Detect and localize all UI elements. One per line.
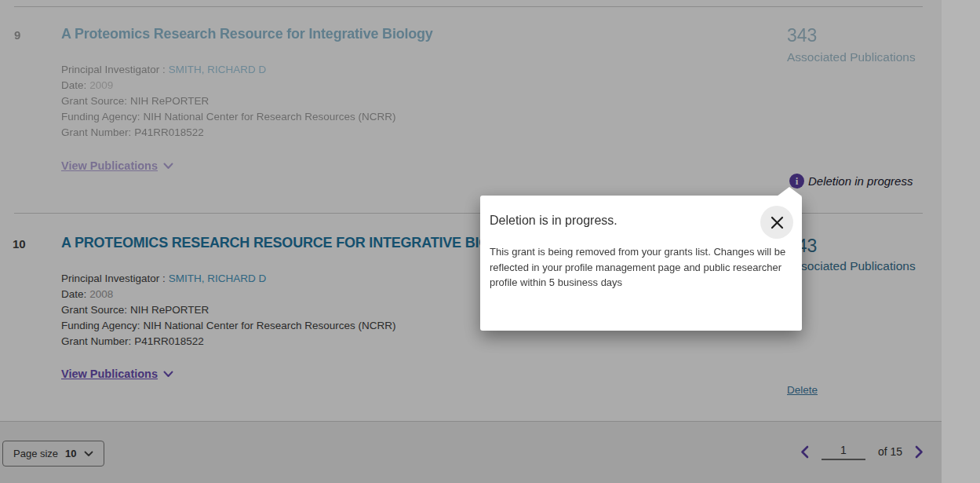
deletion-popover: Deletion is in progress. This grant is b… [480, 196, 802, 331]
popover-body: This grant is being removed from your gr… [490, 244, 797, 291]
close-popover-button[interactable] [760, 206, 793, 239]
popover-arrow [777, 187, 802, 196]
close-icon [771, 216, 784, 229]
popover-title: Deletion is in progress. [490, 214, 618, 228]
grants-page: 9 A Proteomics Research Resource for Int… [0, 0, 980, 483]
page-gutter [942, 0, 980, 483]
grants-list-panel: 9 A Proteomics Research Resource for Int… [0, 0, 942, 483]
